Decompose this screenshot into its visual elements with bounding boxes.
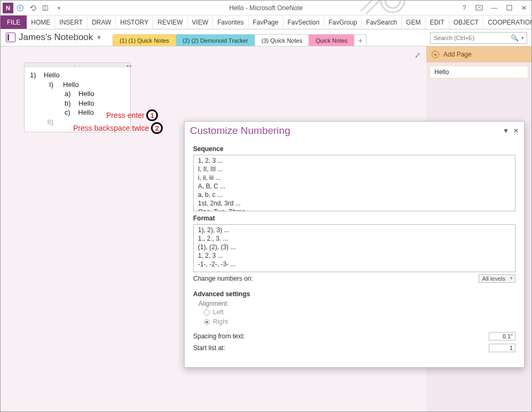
decorative-pattern: [361, 0, 467, 17]
tab-insert[interactable]: INSERT: [55, 15, 88, 29]
search-icon[interactable]: 🔍: [511, 34, 519, 42]
tab-gem[interactable]: GEM: [402, 15, 425, 29]
minimize-button[interactable]: —: [487, 2, 502, 14]
file-tab[interactable]: FILE: [1, 15, 27, 29]
panel-body: Sequence 1, 2, 3 ... I, II, III ... i, i…: [185, 140, 524, 358]
list-line[interactable]: 1) Hello: [30, 70, 125, 80]
change-numbers-label: Change numbers on:: [193, 275, 479, 282]
notebook-selector[interactable]: James's Notebook ▼: [6, 32, 102, 46]
sequence-label: Sequence: [193, 145, 515, 153]
window-title: Hello - Microsoft OneNote: [1, 4, 531, 12]
section-tabs: (1) (1) Quick Notes (2) (2) Demonoid Tra…: [113, 34, 366, 46]
notebook-name: James's Notebook: [19, 32, 93, 43]
tab-edit[interactable]: EDIT: [425, 15, 449, 29]
resize-handle[interactable]: ◂▸: [126, 63, 133, 68]
change-numbers-dropdown[interactable]: All levels: [479, 274, 515, 283]
radio-label: Left: [213, 308, 224, 316]
customize-numbering-panel: Customize Numbering ▼ ✕ Sequence 1, 2, 3…: [184, 121, 525, 368]
annotation-text: Press enter: [106, 111, 145, 120]
radio-icon: [204, 310, 210, 315]
spacing-field[interactable]: 0.1": [489, 332, 515, 340]
sequence-option[interactable]: 1, 2, 3 ...: [194, 156, 515, 165]
annotation-text: Press backspace twice: [73, 124, 149, 132]
panel-close-icon[interactable]: ✕: [513, 127, 519, 134]
undo-button[interactable]: [27, 2, 39, 14]
help-button[interactable]: ?: [457, 2, 472, 14]
section-tab[interactable]: (1) (1) Quick Notes: [113, 34, 176, 46]
tab-favorites[interactable]: Favorites: [213, 15, 248, 29]
note-drag-handle[interactable]: ・・・・◂▸: [25, 63, 130, 67]
annotation-2: Press backspace twice 2: [73, 122, 163, 134]
tab-view[interactable]: VIEW: [188, 15, 213, 29]
section-tab[interactable]: Quick Notes: [308, 34, 354, 46]
annotation-1: Press enter 1: [106, 109, 158, 121]
format-option[interactable]: (1), (2), (3) ...: [194, 243, 515, 251]
titlebar: N ▾ Hello - Microsoft OneNote ? — ✕: [1, 1, 531, 15]
format-option[interactable]: 1), 2), 3) ...: [194, 226, 515, 234]
list-line[interactable]: I) Hello: [30, 80, 125, 90]
tab-home[interactable]: HOME: [27, 15, 55, 29]
svg-rect-1: [43, 5, 48, 10]
alignment-label: Alignment:: [193, 300, 515, 307]
search-input[interactable]: [431, 35, 511, 41]
advanced-settings-label: Advanced settings: [193, 290, 515, 298]
format-option[interactable]: 1, 2, 3 ...: [194, 251, 515, 260]
chevron-down-icon: ▼: [96, 34, 102, 41]
add-page-button[interactable]: + Add Page: [426, 46, 531, 62]
add-section-button[interactable]: +: [354, 34, 367, 46]
section-tab[interactable]: (2) (2) Demonoid Tracker: [176, 34, 255, 46]
search-dropdown-icon[interactable]: ▾: [519, 35, 527, 41]
plus-icon: +: [432, 51, 439, 58]
sequence-option[interactable]: One, Two, Three ...: [194, 208, 515, 211]
panel-menu-icon[interactable]: ▼: [503, 127, 509, 134]
tab-review[interactable]: REVIEW: [153, 15, 187, 29]
close-button[interactable]: ✕: [517, 2, 531, 14]
app-icon: N: [3, 3, 13, 13]
sequence-option[interactable]: i, ii, iii ...: [194, 173, 515, 182]
svg-point-3: [381, 0, 404, 12]
sequence-option[interactable]: A, B, C ...: [194, 182, 515, 191]
ribbon: FILE HOME INSERT DRAW HISTORY REVIEW VIE…: [1, 15, 531, 29]
svg-rect-5: [476, 5, 482, 10]
tab-favsection[interactable]: FavSection: [283, 15, 324, 29]
format-listbox[interactable]: 1), 2), 3) ... 1., 2., 3. ... (1), (2), …: [193, 224, 515, 272]
ribbon-display-button[interactable]: [472, 2, 487, 14]
maximize-button[interactable]: [502, 2, 517, 14]
list-line[interactable]: a) Hello: [30, 89, 125, 99]
format-option[interactable]: -1-, -2-, -3- ...: [194, 260, 515, 268]
alignment-left-radio[interactable]: Left: [193, 307, 515, 317]
tab-history[interactable]: HISTORY: [116, 15, 153, 29]
panel-title: Customize Numbering: [190, 125, 290, 137]
start-list-label: Start list at:: [193, 344, 489, 352]
sequence-option[interactable]: 1st, 2nd, 3rd ...: [194, 199, 515, 208]
section-tab[interactable]: (3) Quick Notes: [255, 34, 309, 46]
radio-icon: [204, 319, 210, 325]
tab-object[interactable]: OBJECT: [449, 15, 483, 29]
annotation-number: 1: [146, 109, 158, 121]
fullscreen-toggle[interactable]: ⤢: [415, 51, 421, 59]
window-controls: ? — ✕: [457, 2, 531, 14]
page-item[interactable]: Hello: [430, 66, 528, 78]
tab-draw[interactable]: DRAW: [88, 15, 116, 29]
layout-button[interactable]: [40, 2, 52, 14]
svg-rect-6: [507, 5, 512, 10]
back-button[interactable]: [14, 2, 26, 14]
sequence-listbox[interactable]: 1, 2, 3 ... I, II, III ... i, ii, iii ..…: [193, 155, 515, 211]
qat-dropdown[interactable]: ▾: [53, 2, 65, 14]
start-list-field[interactable]: 1: [489, 344, 515, 352]
annotation-number: 2: [151, 122, 163, 134]
search-box[interactable]: 🔍 ▾: [430, 32, 527, 44]
format-option[interactable]: 1., 2., 3. ...: [194, 234, 515, 243]
radio-label: Right: [213, 318, 228, 326]
tab-favsearch[interactable]: FavSearch: [362, 15, 402, 29]
alignment-right-radio[interactable]: Right: [193, 317, 515, 327]
tab-favpage[interactable]: FavPage: [249, 15, 283, 29]
spacing-label: Spacing from text:: [193, 332, 489, 340]
list-line[interactable]: b) Hello: [30, 99, 125, 108]
format-label: Format: [193, 215, 515, 222]
add-page-label: Add Page: [443, 51, 472, 58]
tab-cooperation[interactable]: COOPERATION: [483, 15, 532, 29]
tab-favgroup[interactable]: FavGroup: [324, 15, 362, 29]
sequence-option[interactable]: I, II, III ...: [194, 165, 515, 173]
sequence-option[interactable]: a, b, c ...: [194, 191, 515, 199]
